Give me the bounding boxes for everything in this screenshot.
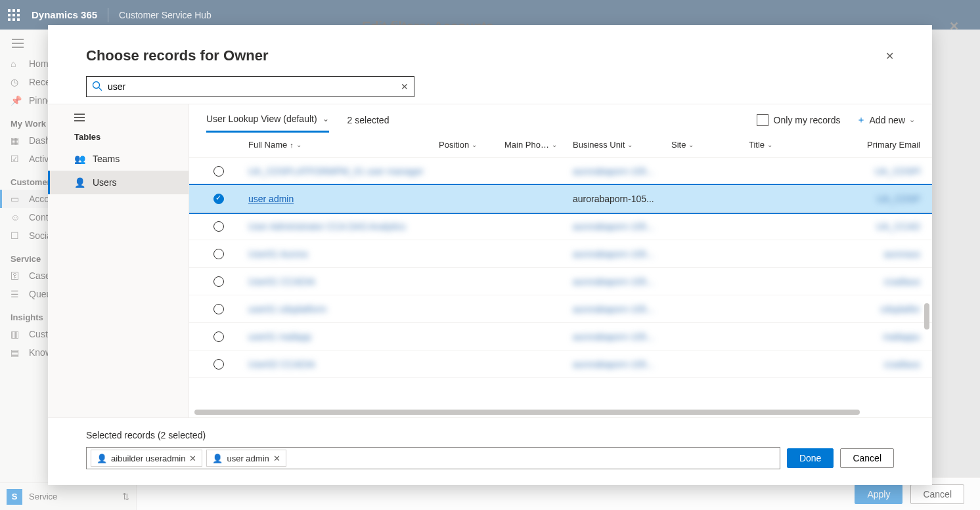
col-email[interactable]: Primary Email [800,140,932,150]
cell-email: mailappu [883,331,920,342]
chip-label: aibuilder useradmin [111,454,185,463]
cell-bu: aurorabaporn-105... [573,194,654,204]
cell-fullname[interactable]: User Administrator CCA DAS Analytics [248,221,406,232]
cell-fullname[interactable]: User01 CCADIA [248,276,315,287]
view-selector[interactable]: User Lookup View (default) ⌄ [206,114,329,133]
selected-chip: 👤user admin✕ [206,450,286,467]
selected-chip: 👤aibuilder useradmin✕ [91,450,202,467]
person-icon: 👤 [74,177,89,188]
table-row[interactable]: User01 CCADIAaurorabaporn-105...ccadiaus [189,268,932,295]
person-icon: 👤 [212,454,223,463]
table-row[interactable]: user01 cdsplatformaurorabaporn-105...cds… [189,295,932,323]
chevron-down-icon: ⌄ [767,141,772,148]
grid-header: Full Name↑⌄ Position⌄ Main Pho…⌄ Busines… [189,133,932,158]
table-teams[interactable]: 👥Teams [74,147,189,171]
col-title[interactable]: Title⌄ [741,140,800,150]
chevron-down-icon: ⌄ [688,141,694,148]
checkbox-icon [757,114,768,126]
only-my-records-toggle[interactable]: Only my records [757,114,841,126]
people-icon: 👥 [74,154,89,164]
table-row[interactable]: user adminaurorabaporn-105...UA_CDSP [189,185,932,213]
row-select-radio[interactable] [213,249,224,259]
svg-line-1 [99,87,102,91]
cell-bu: aurorabaporn-105... [573,304,654,314]
cell-email: auroraus [884,249,920,259]
sidebar-collapse-button[interactable] [74,104,189,125]
table-item-label: Teams [93,154,120,164]
row-select-radio[interactable] [213,359,224,370]
only-my-label: Only my records [774,115,841,125]
table-row[interactable]: UA_CDSPLATFORMPM_01 user managerauroraba… [189,158,932,185]
chip-label: user admin [227,454,269,463]
cell-bu: aurorabaporn-105... [573,331,654,342]
chevron-down-icon: ⌄ [296,141,301,148]
tables-sidebar: Tables 👥Teams 👤Users [48,104,189,417]
horizontal-scrollbar[interactable] [194,410,860,415]
remove-chip-icon[interactable]: ✕ [189,454,196,463]
modal-header: Choose records for Owner ✕ [48,25,932,76]
plus-icon: ＋ [857,114,866,126]
cell-bu: aurorabaporn-105... [573,221,654,232]
cell-email: cdsplatfor [880,304,920,314]
selected-records-label: Selected records (2 selected) [86,430,894,440]
cell-bu: aurorabaporn-105... [573,166,654,177]
person-icon: 👤 [97,454,107,463]
add-new-button[interactable]: ＋ Add new ⌄ [857,114,915,126]
cell-email: UA_CDSPl [875,166,920,177]
row-select-radio[interactable] [213,331,224,342]
row-select-radio[interactable] [213,221,224,232]
cell-fullname[interactable]: User02 CCADIA [248,359,315,370]
row-select-radio[interactable] [213,166,224,177]
cell-email: UA_CDSP [877,194,920,204]
table-row[interactable]: User Administrator CCA DAS Analyticsauro… [189,213,932,240]
results-grid: Full Name↑⌄ Position⌄ Main Pho…⌄ Busines… [189,133,932,417]
cell-fullname[interactable]: User01 Aurora [248,249,307,259]
close-icon[interactable]: ✕ [885,50,894,62]
table-users[interactable]: 👤Users [48,171,189,194]
clear-search-icon[interactable]: ✕ [401,81,409,92]
vertical-scrollbar[interactable] [924,303,929,329]
col-business-unit[interactable]: Business Unit⌄ [565,140,663,150]
col-fullname[interactable]: Full Name↑⌄ [240,140,431,150]
cell-email: UA_CCAD [876,221,920,232]
chevron-down-icon: ⌄ [552,141,557,148]
cell-bu: aurorabaporn-105... [573,359,654,370]
row-select-radio[interactable] [213,194,224,204]
selection-count: 2 selected [347,115,390,132]
col-site[interactable]: Site⌄ [663,140,741,150]
cell-fullname[interactable]: user01 cdsplatform [248,304,326,314]
cell-email: ccadiaus [884,276,920,287]
modal-title: Choose records for Owner [86,47,269,64]
col-position[interactable]: Position⌄ [431,140,497,150]
search-icon [92,81,102,93]
table-row[interactable]: User01 Auroraaurorabaporn-105...auroraus [189,240,932,268]
svg-point-0 [93,81,100,88]
add-new-label: Add new [870,115,905,125]
row-select-radio[interactable] [213,304,224,314]
col-phone[interactable]: Main Pho…⌄ [497,140,565,150]
cell-email: ccadiaus [884,359,920,370]
selected-chips-input[interactable]: 👤aibuilder useradmin✕👤user admin✕ [86,447,780,469]
done-button[interactable]: Done [787,448,834,468]
lookup-modal: Choose records for Owner ✕ ✕ Tables 👥Tea… [48,25,932,485]
chevron-down-icon: ⌄ [472,141,477,148]
remove-chip-icon[interactable]: ✕ [273,454,280,463]
table-item-label: Users [93,177,117,188]
cancel-button[interactable]: Cancel [840,448,894,468]
table-row[interactable]: User02 CCADIAaurorabaporn-105...ccadiaus [189,351,932,378]
search-input[interactable] [108,81,401,92]
cell-fullname[interactable]: UA_CDSPLATFORMPM_01 user manager [248,166,424,177]
table-row[interactable]: user01 mailappaurorabaporn-105...mailapp… [189,323,932,351]
view-label: User Lookup View (default) [206,114,317,124]
row-select-radio[interactable] [213,276,224,287]
cell-bu: aurorabaporn-105... [573,249,654,259]
chevron-down-icon: ⌄ [627,141,633,148]
cell-fullname[interactable]: user01 mailapp [248,331,311,342]
tables-label: Tables [74,125,189,147]
sort-asc-icon: ↑ [290,141,294,149]
chevron-down-icon: ⌄ [909,116,915,124]
search-box[interactable]: ✕ [86,76,414,97]
cell-bu: aurorabaporn-105... [573,276,654,287]
cell-fullname[interactable]: user admin [248,194,294,204]
results-pane: User Lookup View (default) ⌄ 2 selected … [189,104,932,417]
